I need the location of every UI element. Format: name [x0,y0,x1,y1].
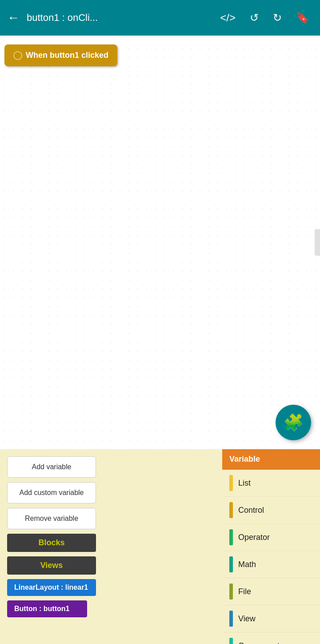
category-label: Operator [238,533,270,542]
category-label: File [238,587,251,596]
left-panel: Add variable Add custom variable Remove … [0,449,222,644]
category-dot [229,611,233,627]
category-dot [229,556,233,572]
blocks-section[interactable]: Blocks [7,534,96,552]
category-dot [229,475,233,491]
button-component[interactable]: Button : button1 [7,600,87,617]
category-item-math[interactable]: Math [222,551,320,578]
category-dot [229,584,233,600]
views-section[interactable]: Views [7,556,96,575]
category-label: Variable [229,455,260,464]
right-panel: VariableListControlOperatorMathFileViewC… [222,449,320,644]
category-item-view[interactable]: View [222,605,320,632]
puzzle-icon: 🧩 [284,413,304,432]
header: ← button1 : onCli... </> ↺ ↻ 🔖 [0,0,320,36]
linearlayout-component[interactable]: LinearLayout : linear1 [7,579,96,596]
category-item-component[interactable]: Component [222,632,320,644]
category-dot [229,638,233,644]
back-button[interactable]: ← [7,11,20,25]
bottom-panel: Add variable Add custom variable Remove … [0,449,320,644]
bookmark-button[interactable]: 🔖 [292,10,313,26]
add-variable-button[interactable]: Add variable [7,456,96,478]
event-block[interactable]: When button1 clicked [4,44,117,66]
category-item-file[interactable]: File [222,578,320,605]
header-title: button1 : onCli... [27,12,209,24]
category-item-operator[interactable]: Operator [222,524,320,551]
category-label: Component [238,641,280,644]
canvas-area: When button1 clicked 🧩 [0,36,320,449]
category-item-variable[interactable]: Variable [222,449,320,470]
category-item-control[interactable]: Control [222,497,320,524]
redo-button[interactable]: ↻ [269,10,285,26]
right-tab[interactable] [315,229,320,256]
category-dot [229,502,233,518]
category-label: Math [238,560,256,569]
event-block-label: When button1 clicked [26,51,108,60]
remove-variable-button[interactable]: Remove variable [7,508,96,529]
category-item-list[interactable]: List [222,470,320,497]
undo-button[interactable]: ↺ [246,10,262,26]
category-label: List [238,479,251,488]
category-dot [229,529,233,545]
category-label: Control [238,506,264,515]
category-label: View [238,614,256,624]
add-custom-variable-button[interactable]: Add custom variable [7,482,96,503]
add-block-fab[interactable]: 🧩 [276,405,311,440]
code-view-button[interactable]: </> [216,10,239,26]
